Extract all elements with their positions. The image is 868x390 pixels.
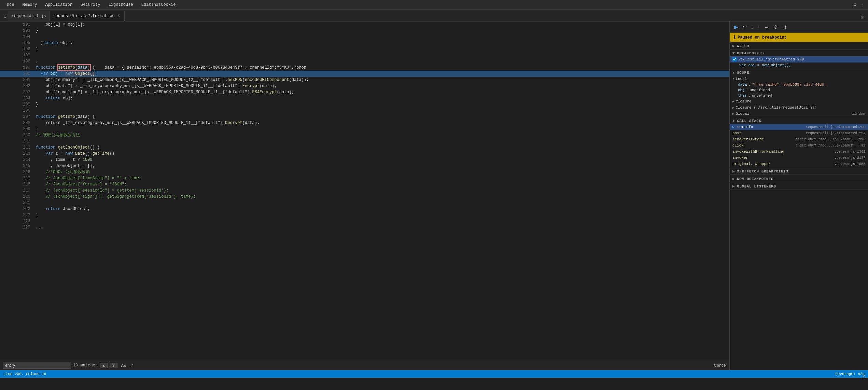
- search-next-button[interactable]: ▼: [110, 363, 117, 368]
- scope-closure-header[interactable]: ▶ Closure: [730, 98, 868, 105]
- right-panel-scroll[interactable]: ▶ Watch ▼ Breakpoints requestUtil.js?:fo…: [730, 42, 868, 370]
- xhr-breakpoints-header[interactable]: ▶ XHR/fetch Breakpoints: [730, 167, 868, 175]
- breakpoints-header[interactable]: ▼ Breakpoints: [730, 50, 868, 56]
- line-content[interactable]: ;return obj1;: [34, 40, 729, 46]
- search-cancel-button[interactable]: Cancel: [714, 363, 727, 368]
- xhr-chevron-icon[interactable]: ▶: [732, 169, 735, 173]
- tab-close-button[interactable]: ×: [117, 14, 121, 18]
- code-container[interactable]: 192 obj[1] = obj[1];193}194195 ;return o…: [0, 22, 729, 360]
- line-content[interactable]: function getJsonObject() {: [34, 144, 729, 151]
- line-content[interactable]: ;: [34, 58, 729, 65]
- scope-closure-util-header[interactable]: ▶ Closure (./src/utils/requestUtil.js): [730, 105, 868, 111]
- step-into-button[interactable]: ↓: [749, 23, 755, 31]
- line-content[interactable]: [34, 200, 729, 206]
- watch-header[interactable]: ▶ Watch: [730, 42, 868, 49]
- line-content[interactable]: var t = new Date().getTime(): [34, 151, 729, 157]
- line-content[interactable]: ...: [34, 224, 729, 231]
- line-content[interactable]: // JsonObject["timeStamp"] = "" + time;: [34, 175, 729, 181]
- call-stack-frame[interactable]: invokervue.esm.js:2187: [730, 155, 868, 161]
- scope-global-header[interactable]: ▶ Global Window: [730, 111, 868, 117]
- call-stack-frame[interactable]: postrequestUtil.js?:formatted:254: [730, 130, 868, 136]
- match-case-button[interactable]: Aa: [120, 363, 127, 368]
- file-tree-toggle[interactable]: ≡: [1, 13, 8, 21]
- table-row: 220 // JsonObject["sign"] = getSign(getI…: [0, 194, 729, 200]
- nav-item-memory[interactable]: Memory: [18, 0, 41, 9]
- resume-button[interactable]: ▶: [732, 23, 740, 31]
- line-content[interactable]: [34, 108, 729, 114]
- global-listeners-header[interactable]: ▶ Global Listeners: [730, 182, 868, 190]
- line-content[interactable]: obj["envelope"] = _lib_cryptography_min_…: [34, 89, 729, 95]
- call-stack-frame[interactable]: sendVerifyCodeindex.vue?./nod...ibl./nod…: [730, 136, 868, 142]
- line-content[interactable]: return obj;: [34, 95, 729, 101]
- pause-button[interactable]: ⏸: [780, 23, 789, 31]
- tab-requestutil[interactable]: requestUtil.js: [8, 11, 50, 21]
- breakpoint-item[interactable]: requestUtil.js?:formatted:200: [730, 56, 868, 62]
- tab-requestutil-formatted[interactable]: requestUtil.js?:formatted ×: [50, 11, 125, 21]
- line-content[interactable]: return JsonObject;: [34, 206, 729, 212]
- line-content[interactable]: // JsonObject["sessionId"] = getItem('se…: [34, 187, 729, 194]
- table-row: 209}: [0, 126, 729, 132]
- nav-item-security[interactable]: Security: [76, 0, 104, 9]
- line-number: 195: [0, 40, 34, 46]
- line-content[interactable]: function getInfo(data) {: [34, 114, 729, 120]
- line-content[interactable]: }: [34, 126, 729, 132]
- step-out-button[interactable]: ↑: [756, 23, 762, 31]
- line-content[interactable]: [34, 52, 729, 58]
- nav-item-nce[interactable]: nce: [3, 0, 18, 9]
- line-content[interactable]: obj["summary"] = _lib_commonM_js__WEBPAC…: [34, 77, 729, 83]
- line-content[interactable]: // JsonObject["sign"] = getSign(getItem(…: [34, 194, 729, 200]
- gear-icon[interactable]: ⚙: [854, 2, 856, 8]
- nav-item-application[interactable]: Application: [41, 0, 76, 9]
- line-content[interactable]: obj["data"] = _lib_cryptography_min_js__…: [34, 83, 729, 89]
- line-content[interactable]: function setInfo(data) { data = {"serial…: [34, 65, 729, 71]
- deactivate-button[interactable]: ⊘: [772, 23, 780, 31]
- scope-var-data: data : "{"serialNo":"ebdb655a-c2ad-40d8–: [730, 82, 868, 87]
- breakpoint-checkbox[interactable]: [732, 57, 737, 61]
- line-content[interactable]: var obj = new Object();: [34, 71, 729, 77]
- dom-breakpoints-header[interactable]: ▶ DOM Breakpoints: [730, 175, 868, 182]
- line-content[interactable]: [34, 34, 729, 40]
- line-content[interactable]: obj[1] = obj[1];: [34, 22, 729, 28]
- line-content[interactable]: // JsonObject["format"] = "JSON";: [34, 181, 729, 187]
- global-listeners-chevron-icon[interactable]: ▶: [732, 184, 735, 189]
- call-stack-header[interactable]: ▼ Call Stack: [730, 117, 868, 124]
- search-input[interactable]: [3, 362, 71, 369]
- dom-chevron-icon[interactable]: ▶: [732, 177, 735, 181]
- nav-item-editthiscookie[interactable]: EditThisCookie: [137, 0, 180, 9]
- line-content[interactable]: }: [34, 46, 729, 52]
- table-row: 193}: [0, 28, 729, 34]
- watch-chevron-icon[interactable]: ▶: [732, 44, 735, 48]
- scope-closure-chevron-icon: ▶: [732, 100, 734, 103]
- line-content[interactable]: }: [34, 101, 729, 108]
- step-over-button[interactable]: ↩: [741, 23, 748, 31]
- line-content[interactable]: //TODO: 公共参数添加: [34, 169, 729, 175]
- panel-layout-icon[interactable]: ⊡: [859, 14, 865, 21]
- line-content[interactable]: }: [34, 28, 729, 34]
- line-content[interactable]: , time = t / 1000: [34, 157, 729, 163]
- nav-item-lighthouse[interactable]: Lighthouse: [104, 0, 137, 9]
- call-stack-frame[interactable]: clickindex.vue?./nod...vue-loader...:82: [730, 142, 868, 149]
- scope-local-header[interactable]: ▼ Local: [730, 76, 868, 82]
- line-content[interactable]: }: [34, 212, 729, 218]
- close-panel-icon[interactable]: ✕: [860, 372, 868, 380]
- scope-chevron-icon[interactable]: ▼: [732, 71, 735, 75]
- breakpoints-chevron-icon[interactable]: ▼: [732, 51, 735, 55]
- line-content[interactable]: return _lib_cryptography_min_js__WEBPACK…: [34, 120, 729, 126]
- regex-button[interactable]: .*: [129, 363, 135, 368]
- line-content[interactable]: , JsonObject = {};: [34, 163, 729, 169]
- call-stack-body: ▶setInforequestUtil.js?:formatted:200pos…: [730, 124, 868, 167]
- call-stack-frame[interactable]: original._wrappervue.esm.js:7555: [730, 161, 868, 167]
- search-prev-button[interactable]: ▲: [100, 363, 108, 368]
- call-stack-frame[interactable]: invokeWithErrorHandlingvue.esm.js:1862: [730, 149, 868, 155]
- table-row: 214 , time = t / 1000: [0, 157, 729, 163]
- step-back-button[interactable]: ←: [762, 23, 771, 31]
- line-content[interactable]: [34, 138, 729, 144]
- scope-header[interactable]: ▼ Scope: [730, 69, 868, 76]
- table-row: 217 // JsonObject["timeStamp"] = "" + ti…: [0, 175, 729, 181]
- call-stack-chevron-icon[interactable]: ▼: [732, 119, 735, 123]
- more-vert-icon[interactable]: ⋮: [860, 2, 865, 8]
- line-content[interactable]: // 获取公共参数的方法: [34, 132, 729, 138]
- table-row: 215 , JsonObject = {};: [0, 163, 729, 169]
- call-stack-frame[interactable]: ▶setInforequestUtil.js?:formatted:200: [730, 124, 868, 130]
- line-content[interactable]: [34, 218, 729, 224]
